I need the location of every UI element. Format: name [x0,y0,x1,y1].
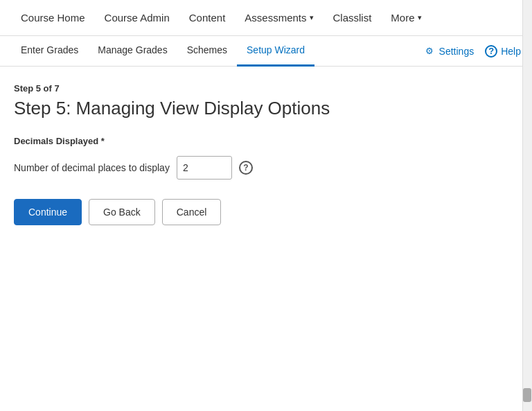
settings-action[interactable]: ⚙ Settings [423,45,475,58]
nav-classlist[interactable]: Classlist [323,0,382,36]
settings-label: Settings [439,46,475,57]
assessments-chevron-icon: ▾ [310,13,314,22]
nav-course-admin[interactable]: Course Admin [95,0,179,36]
main-content: Step 5 of 7 Step 5: Managing View Displa… [0,67,532,242]
scrollbar-track [522,0,532,411]
sub-navigation: Enter Grades Manage Grades Schemes Setup… [0,36,532,67]
step-title: Step 5: Managing View Display Options [14,98,518,119]
nav-more[interactable]: More ▾ [381,0,431,36]
help-action[interactable]: ? Help [485,45,521,58]
top-navigation: Course Home Course Admin Content Assessm… [0,0,532,36]
required-indicator: * [98,136,105,146]
gear-icon: ⚙ [423,45,436,58]
field-help-icon[interactable]: ? [239,161,253,175]
decimal-places-input[interactable] [177,156,232,180]
scrollbar-thumb[interactable] [523,388,531,402]
step-label: Step 5 of 7 [14,83,518,94]
nav-assessments[interactable]: Assessments ▾ [235,0,323,36]
tab-schemes[interactable]: Schemes [177,36,237,67]
tab-manage-grades[interactable]: Manage Grades [88,36,177,67]
tab-enter-grades[interactable]: Enter Grades [11,36,88,67]
help-label: Help [501,46,521,57]
field-label: Decimals Displayed * [14,136,518,146]
more-chevron-icon: ▾ [418,13,422,22]
cancel-button[interactable]: Cancel [162,199,222,225]
decimal-places-label: Number of decimal places to display [14,162,170,173]
nav-content[interactable]: Content [179,0,236,36]
continue-button[interactable]: Continue [14,199,82,225]
sub-nav-right: ⚙ Settings ? Help [423,45,521,58]
go-back-button[interactable]: Go Back [89,199,155,225]
help-icon: ? [485,45,497,58]
sub-nav-left: Enter Grades Manage Grades Schemes Setup… [11,36,423,67]
action-buttons: Continue Go Back Cancel [14,199,518,225]
nav-course-home[interactable]: Course Home [11,0,95,36]
tab-setup-wizard[interactable]: Setup Wizard [237,36,314,67]
decimal-places-row: Number of decimal places to display ? [14,156,518,180]
